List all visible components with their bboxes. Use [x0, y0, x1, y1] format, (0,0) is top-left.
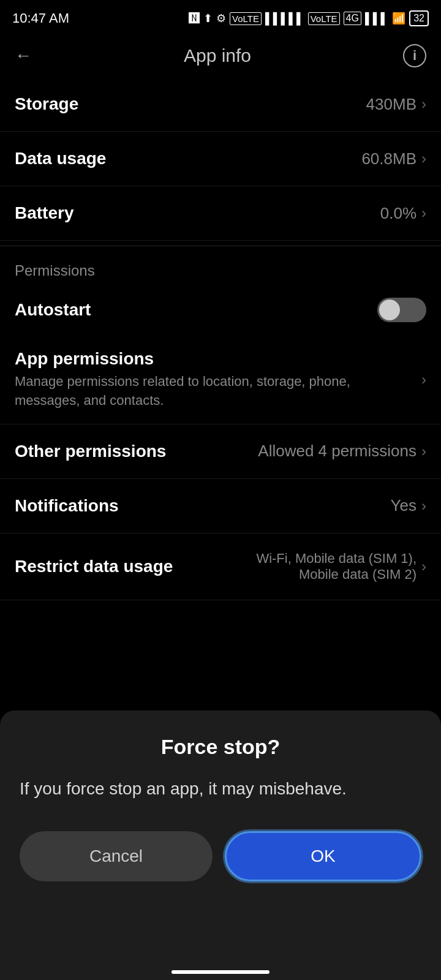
data-usage-chevron: › [421, 150, 426, 167]
autostart-toggle[interactable] [377, 298, 426, 322]
status-time: 10:47 AM [12, 10, 69, 26]
signal-bars-2-icon: ▌▌▌ [365, 12, 388, 25]
battery-icon: 32 [409, 10, 429, 26]
network-4g-icon: 4G [344, 12, 361, 25]
info-button[interactable]: i [403, 44, 426, 67]
restrict-data-item[interactable]: Restrict data usage Wi-Fi, Mobile data (… [0, 533, 441, 600]
notifications-label: Notifications [15, 496, 119, 516]
dialog-buttons: Cancel OK [20, 831, 421, 881]
other-permissions-chevron: › [421, 443, 426, 460]
app-header: ← App info i [0, 34, 441, 77]
autostart-item[interactable]: Autostart [0, 284, 441, 336]
app-permissions-subtitle: Manage permissions related to location, … [15, 372, 412, 410]
home-indicator [172, 970, 270, 974]
force-stop-dialog: Force stop? If you force stop an app, it… [0, 710, 441, 980]
storage-item[interactable]: Storage 430MB › [0, 77, 441, 132]
divider-1 [0, 246, 441, 246]
other-permissions-item[interactable]: Other permissions Allowed 4 permissions … [0, 424, 441, 479]
storage-label: Storage [15, 94, 78, 114]
data-usage-label: Data usage [15, 149, 106, 168]
page-title: App info [184, 45, 251, 66]
upload-icon: ⬆ [203, 12, 213, 25]
battery-label: Battery [15, 203, 74, 223]
battery-chevron: › [421, 205, 426, 222]
storage-value: 430MB › [366, 95, 426, 114]
app-permissions-chevron: › [421, 371, 426, 388]
other-permissions-value: Allowed 4 permissions › [258, 442, 426, 461]
signal-volte2-icon: VoLTE [308, 12, 340, 25]
app-permissions-title: App permissions [15, 349, 412, 369]
autostart-label: Autostart [15, 300, 91, 320]
notifications-chevron: › [421, 497, 426, 514]
battery-value: 0.0% › [380, 204, 426, 223]
app-permissions-text: App permissions Manage permissions relat… [15, 349, 412, 410]
cancel-button[interactable]: Cancel [20, 831, 213, 881]
status-icons: 🅽 ⬆ ⚙ VoLTE ▌▌▌▌▌ VoLTE 4G ▌▌▌ 📶 32 [189, 10, 429, 26]
nfc-icon: 🅽 [189, 12, 200, 25]
ok-button[interactable]: OK [225, 831, 421, 881]
restrict-data-value: Wi-Fi, Mobile data (SIM 1), Mobile data … [218, 551, 426, 582]
autostart-toggle-knob [379, 300, 400, 320]
data-usage-value: 60.8MB › [361, 149, 426, 168]
wifi-icon: 📶 [392, 12, 405, 25]
restrict-data-label: Restrict data usage [15, 557, 173, 576]
dialog-body: If you force stop an app, it may misbeha… [20, 776, 421, 802]
back-button[interactable]: ← [15, 46, 32, 66]
signal-bars-1-icon: ▌▌▌▌▌ [265, 12, 304, 25]
battery-item[interactable]: Battery 0.0% › [0, 186, 441, 241]
storage-chevron: › [421, 96, 426, 113]
dialog-title: Force stop? [20, 735, 421, 759]
notifications-item[interactable]: Notifications Yes › [0, 479, 441, 533]
app-permissions-item[interactable]: App permissions Manage permissions relat… [0, 336, 441, 424]
notifications-value: Yes › [391, 496, 426, 515]
other-permissions-label: Other permissions [15, 442, 166, 461]
settings-icon: ⚙ [216, 12, 226, 25]
restrict-data-chevron: › [421, 558, 426, 575]
data-usage-item[interactable]: Data usage 60.8MB › [0, 132, 441, 186]
permissions-section-label: Permissions [0, 251, 441, 284]
signal-volte-icon: VoLTE [230, 12, 262, 25]
status-bar: 10:47 AM 🅽 ⬆ ⚙ VoLTE ▌▌▌▌▌ VoLTE 4G ▌▌▌ … [0, 0, 441, 34]
